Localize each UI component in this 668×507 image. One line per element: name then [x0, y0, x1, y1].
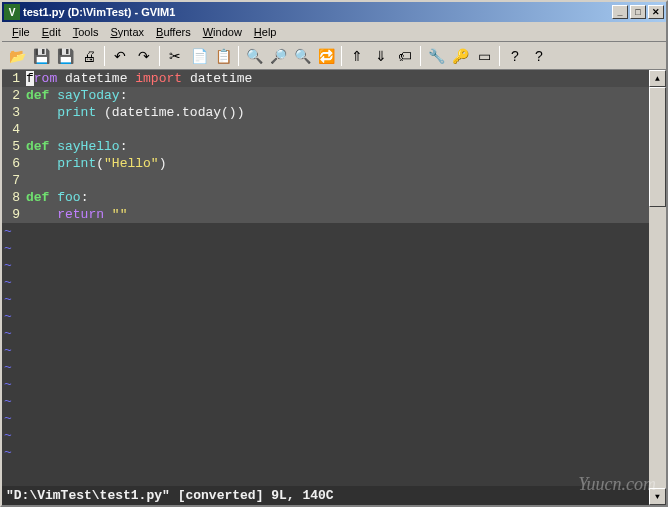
menu-help[interactable]: Help — [248, 24, 283, 40]
line-content[interactable] — [26, 172, 649, 189]
vertical-scrollbar[interactable]: ▲ ▼ — [649, 70, 666, 505]
line-content[interactable]: from datetime import datetime — [26, 70, 649, 87]
line-content[interactable]: return "" — [26, 206, 649, 223]
toolbar-separator — [420, 46, 421, 66]
scroll-down-button[interactable]: ▼ — [649, 488, 666, 505]
line-number: 5 — [2, 138, 26, 155]
tilde-line: ~ — [2, 359, 649, 376]
line-content[interactable]: def foo: — [26, 189, 649, 206]
findprev-icon[interactable]: 🔍 — [291, 45, 313, 67]
menu-tools[interactable]: Tools — [67, 24, 105, 40]
menu-file[interactable]: File — [6, 24, 36, 40]
line-number: 8 — [2, 189, 26, 206]
status-bar: "D:\VimTest\test1.py" [converted] 9L, 14… — [2, 486, 649, 505]
tilde-line: ~ — [2, 342, 649, 359]
jump-back-icon[interactable]: ⇑ — [346, 45, 368, 67]
tilde-line: ~ — [2, 410, 649, 427]
editor-area: 1from datetime import datetime2def sayTo… — [2, 70, 666, 505]
paste-icon[interactable]: 📋 — [212, 45, 234, 67]
menu-buffers[interactable]: Buffers — [150, 24, 197, 40]
code-line[interactable]: 1from datetime import datetime — [2, 70, 649, 87]
tag-icon[interactable]: 🏷 — [394, 45, 416, 67]
saveall-icon[interactable]: 💾 — [54, 45, 76, 67]
line-number: 3 — [2, 104, 26, 121]
line-number: 2 — [2, 87, 26, 104]
tilde-line: ~ — [2, 240, 649, 257]
toolbar-separator — [238, 46, 239, 66]
code-line[interactable]: 4 — [2, 121, 649, 138]
open-icon[interactable]: 📂 — [6, 45, 28, 67]
code-line[interactable]: 2def sayToday: — [2, 87, 649, 104]
copy-icon[interactable]: 📄 — [188, 45, 210, 67]
findhelp-icon[interactable]: ? — [528, 45, 550, 67]
code-line[interactable]: 3 print (datetime.today()) — [2, 104, 649, 121]
replace-icon[interactable]: 🔁 — [315, 45, 337, 67]
find-icon[interactable]: 🔍 — [243, 45, 265, 67]
editor-content[interactable]: 1from datetime import datetime2def sayTo… — [2, 70, 649, 505]
code-line[interactable]: 9 return "" — [2, 206, 649, 223]
main-window: V test1.py (D:\VimTest) - GVIM1 _ □ ✕ Fi… — [0, 0, 668, 507]
maximize-button[interactable]: □ — [630, 5, 646, 19]
line-content[interactable]: print("Hello") — [26, 155, 649, 172]
findnext-icon[interactable]: 🔎 — [267, 45, 289, 67]
tilde-line: ~ — [2, 223, 649, 240]
tilde-line: ~ — [2, 325, 649, 342]
toolbar-separator — [499, 46, 500, 66]
cut-icon[interactable]: ✂ — [164, 45, 186, 67]
jump-fwd-icon[interactable]: ⇓ — [370, 45, 392, 67]
tilde-line: ~ — [2, 427, 649, 444]
close-button[interactable]: ✕ — [648, 5, 664, 19]
line-content[interactable]: print (datetime.today()) — [26, 104, 649, 121]
tilde-line: ~ — [2, 444, 649, 461]
line-number: 1 — [2, 70, 26, 87]
menubar: FileEditToolsSyntaxBuffersWindowHelp — [2, 22, 666, 42]
line-content[interactable]: def sayToday: — [26, 87, 649, 104]
line-number: 7 — [2, 172, 26, 189]
line-content[interactable] — [26, 121, 649, 138]
app-icon: V — [4, 4, 20, 20]
tilde-line: ~ — [2, 308, 649, 325]
line-number: 4 — [2, 121, 26, 138]
empty-area: ~~~~~~~~~~~~~~ — [2, 223, 649, 486]
tilde-line: ~ — [2, 274, 649, 291]
toolbar-separator — [159, 46, 160, 66]
make-icon[interactable]: 🔧 — [425, 45, 447, 67]
help-icon[interactable]: ? — [504, 45, 526, 67]
tilde-line: ~ — [2, 393, 649, 410]
line-number: 9 — [2, 206, 26, 223]
toolbar-separator — [341, 46, 342, 66]
line-number: 6 — [2, 155, 26, 172]
tilde-line: ~ — [2, 257, 649, 274]
code-line[interactable]: 6 print("Hello") — [2, 155, 649, 172]
menu-window[interactable]: Window — [197, 24, 248, 40]
tilde-line: ~ — [2, 376, 649, 393]
code-lines[interactable]: 1from datetime import datetime2def sayTo… — [2, 70, 649, 223]
script-icon[interactable]: ▭ — [473, 45, 495, 67]
shell-icon[interactable]: 🔑 — [449, 45, 471, 67]
code-line[interactable]: 5def sayHello: — [2, 138, 649, 155]
line-content[interactable]: def sayHello: — [26, 138, 649, 155]
menu-edit[interactable]: Edit — [36, 24, 67, 40]
tilde-line: ~ — [2, 291, 649, 308]
titlebar[interactable]: V test1.py (D:\VimTest) - GVIM1 _ □ ✕ — [2, 2, 666, 22]
code-line[interactable]: 7 — [2, 172, 649, 189]
redo-icon[interactable]: ↷ — [133, 45, 155, 67]
print-icon[interactable]: 🖨 — [78, 45, 100, 67]
save-icon[interactable]: 💾 — [30, 45, 52, 67]
window-title: test1.py (D:\VimTest) - GVIM1 — [23, 6, 610, 18]
menu-syntax[interactable]: Syntax — [104, 24, 150, 40]
undo-icon[interactable]: ↶ — [109, 45, 131, 67]
scroll-up-button[interactable]: ▲ — [649, 70, 666, 87]
toolbar-separator — [104, 46, 105, 66]
scroll-thumb[interactable] — [649, 87, 666, 207]
minimize-button[interactable]: _ — [612, 5, 628, 19]
scroll-track[interactable] — [649, 207, 666, 488]
toolbar: 📂💾💾🖨↶↷✂📄📋🔍🔎🔍🔁⇑⇓🏷🔧🔑▭?? — [2, 42, 666, 70]
code-line[interactable]: 8def foo: — [2, 189, 649, 206]
